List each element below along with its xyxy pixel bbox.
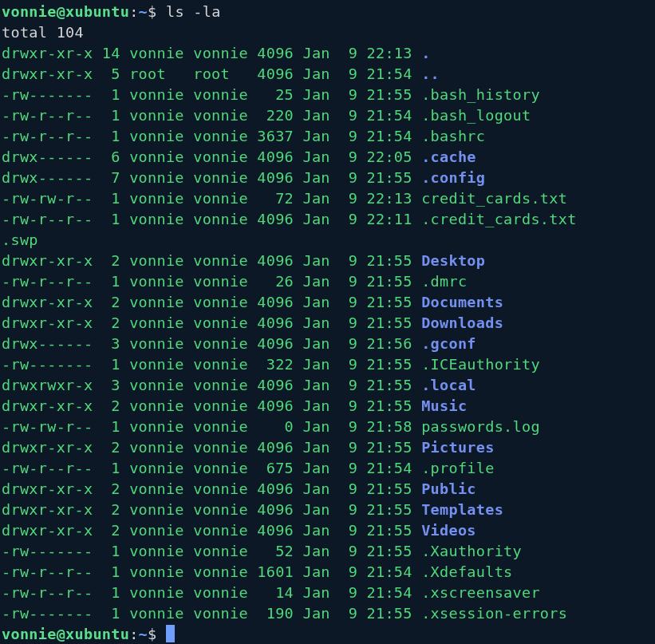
- ls-row: drwxr-xr-x 2 vonnie vonnie 4096 Jan 9 21…: [2, 500, 655, 520]
- prompt-separator: :: [129, 626, 138, 642]
- prompt-path: ~: [139, 3, 148, 20]
- command-line: vonnie@xubuntu:~$ ls -la: [2, 2, 655, 22]
- ls-row-attrs: -rw------- 1 vonnie vonnie 52 Jan 9 21:5…: [2, 543, 421, 559]
- ls-filename: .Xauthority: [421, 543, 522, 559]
- ls-row-attrs: drwxr-xr-x 5 root root 4096 Jan 9 21:54: [2, 65, 421, 82]
- ls-row: -rw-r--r-- 1 vonnie vonnie 220 Jan 9 21:…: [2, 105, 655, 126]
- ls-filename: .config: [421, 169, 485, 186]
- prompt-user-host: vonnie@xubuntu: [2, 3, 129, 20]
- ls-row-attrs: -rw------- 1 vonnie vonnie 190 Jan 9 21:…: [2, 605, 421, 622]
- ls-row-attrs: drwxr-xr-x 2 vonnie vonnie 4096 Jan 9 21…: [2, 522, 421, 539]
- prompt-symbol: $: [148, 3, 166, 20]
- ls-row: drwxr-xr-x 2 vonnie vonnie 4096 Jan 9 21…: [2, 396, 655, 417]
- ls-row-attrs: -rw-rw-r-- 1 vonnie vonnie 72 Jan 9 22:1…: [2, 190, 421, 207]
- ls-row: -rw-rw-r-- 1 vonnie vonnie 72 Jan 9 22:1…: [2, 188, 655, 209]
- ls-row-attrs: -rw-rw-r-- 1 vonnie vonnie 0 Jan 9 21:58: [2, 418, 421, 435]
- ls-row: -rw------- 1 vonnie vonnie 25 Jan 9 21:5…: [2, 85, 655, 105]
- command-text: ls -la: [166, 3, 221, 20]
- ls-row-attrs: drwxr-xr-x 14 vonnie vonnie 4096 Jan 9 2…: [2, 45, 421, 61]
- ls-row-attrs: drwxr-xr-x 2 vonnie vonnie 4096 Jan 9 21…: [2, 480, 421, 497]
- ls-row-attrs: drwxr-xr-x 2 vonnie vonnie 4096 Jan 9 21…: [2, 314, 421, 331]
- ls-row-attrs: -rw-r--r-- 1 vonnie vonnie 4096 Jan 9 22…: [2, 211, 421, 227]
- ls-row-attrs: -rw-r--r-- 1 vonnie vonnie 3637 Jan 9 21…: [2, 128, 421, 144]
- ls-filename: .ICEauthority: [421, 356, 540, 373]
- ls-row-attrs: drwxr-xr-x 2 vonnie vonnie 4096 Jan 9 21…: [2, 501, 421, 518]
- ls-row-attrs: -rw-r--r-- 1 vonnie vonnie 26 Jan 9 21:5…: [2, 273, 421, 290]
- ls-row: -rw-r--r-- 1 vonnie vonnie 1601 Jan 9 21…: [2, 562, 655, 583]
- prompt-symbol: $: [148, 626, 166, 642]
- ls-row: -rw------- 1 vonnie vonnie 52 Jan 9 21:5…: [2, 541, 655, 562]
- ls-row: drwxr-xr-x 2 vonnie vonnie 4096 Jan 9 21…: [2, 313, 655, 334]
- ls-filename: .gconf: [421, 335, 476, 352]
- ls-row-attrs: drwxr-xr-x 2 vonnie vonnie 4096 Jan 9 21…: [2, 252, 421, 269]
- ls-filename: .bash_history: [421, 86, 540, 103]
- total-line: total 104: [2, 22, 655, 43]
- ls-filename: .dmrc: [421, 273, 467, 290]
- ls-row: drwxr-xr-x 2 vonnie vonnie 4096 Jan 9 21…: [2, 437, 655, 458]
- ls-row-attrs: -rw-r--r-- 1 vonnie vonnie 1601 Jan 9 21…: [2, 563, 421, 580]
- ls-filename: .: [421, 45, 430, 61]
- ls-filename: Pictures: [421, 439, 495, 456]
- ls-filename: Templates: [421, 501, 503, 518]
- ls-filename: .Xdefaults: [421, 563, 512, 580]
- ls-filename: ..: [421, 65, 440, 82]
- ls-row: -rw-r--r-- 1 vonnie vonnie 4096 Jan 9 22…: [2, 209, 655, 230]
- ls-row-attrs: drwx------ 3 vonnie vonnie 4096 Jan 9 21…: [2, 335, 421, 352]
- ls-row-attrs: -rw-r--r-- 1 vonnie vonnie 675 Jan 9 21:…: [2, 460, 421, 476]
- ls-row: drwxr-xr-x 2 vonnie vonnie 4096 Jan 9 21…: [2, 520, 655, 541]
- ls-row: -rw------- 1 vonnie vonnie 322 Jan 9 21:…: [2, 354, 655, 375]
- ls-row: drwxr-xr-x 2 vonnie vonnie 4096 Jan 9 21…: [2, 292, 655, 313]
- prompt-path: ~: [139, 626, 148, 642]
- ls-row: -rw-r--r-- 1 vonnie vonnie 3637 Jan 9 21…: [2, 126, 655, 147]
- prompt-user-host: vonnie@xubuntu: [2, 626, 129, 642]
- ls-row: -rw------- 1 vonnie vonnie 190 Jan 9 21:…: [2, 603, 655, 624]
- ls-filename: .xsession-errors: [421, 605, 567, 622]
- ls-filename: credit_cards.txt: [421, 190, 567, 207]
- ls-row-attrs: drwx------ 6 vonnie vonnie 4096 Jan 9 22…: [2, 148, 421, 165]
- ls-filename: Downloads: [421, 314, 503, 331]
- ls-filename: .cache: [421, 148, 476, 165]
- ls-filename: .local: [421, 377, 476, 393]
- ls-filename: Videos: [421, 522, 476, 539]
- ls-row: drwx------ 3 vonnie vonnie 4096 Jan 9 21…: [2, 334, 655, 354]
- ls-row-attrs: -rw------- 1 vonnie vonnie 322 Jan 9 21:…: [2, 356, 421, 373]
- prompt-line[interactable]: vonnie@xubuntu:~$: [2, 624, 655, 644]
- ls-row: drwxrwxr-x 3 vonnie vonnie 4096 Jan 9 21…: [2, 375, 655, 396]
- ls-filename: .profile: [421, 460, 495, 476]
- ls-row: -rw-r--r-- 1 vonnie vonnie 675 Jan 9 21:…: [2, 458, 655, 479]
- ls-row: drwx------ 7 vonnie vonnie 4096 Jan 9 21…: [2, 168, 655, 188]
- ls-row: -rw-rw-r-- 1 vonnie vonnie 0 Jan 9 21:58…: [2, 417, 655, 437]
- ls-row-wrap: .swp: [2, 230, 655, 251]
- ls-filename: .credit_cards.txt: [421, 211, 576, 227]
- ls-filename: Desktop: [421, 252, 485, 269]
- ls-row: drwx------ 6 vonnie vonnie 4096 Jan 9 22…: [2, 147, 655, 168]
- ls-filename: .xscreensaver: [421, 584, 540, 601]
- ls-row-attrs: drwxr-xr-x 2 vonnie vonnie 4096 Jan 9 21…: [2, 439, 421, 456]
- ls-row-attrs: drwx------ 7 vonnie vonnie 4096 Jan 9 21…: [2, 169, 421, 186]
- ls-filename: Music: [421, 397, 467, 414]
- ls-row: drwxr-xr-x 5 root root 4096 Jan 9 21:54 …: [2, 64, 655, 85]
- ls-row-attrs: drwxr-xr-x 2 vonnie vonnie 4096 Jan 9 21…: [2, 294, 421, 310]
- ls-filename: .bashrc: [421, 128, 485, 144]
- ls-filename: Documents: [421, 294, 503, 310]
- ls-row-attrs: -rw-r--r-- 1 vonnie vonnie 14 Jan 9 21:5…: [2, 584, 421, 601]
- ls-row-attrs: drwxr-xr-x 2 vonnie vonnie 4096 Jan 9 21…: [2, 397, 421, 414]
- ls-filename: passwords.log: [421, 418, 540, 435]
- ls-filename: .bash_logout: [421, 107, 531, 124]
- ls-row: -rw-r--r-- 1 vonnie vonnie 14 Jan 9 21:5…: [2, 583, 655, 603]
- ls-row: drwxr-xr-x 2 vonnie vonnie 4096 Jan 9 21…: [2, 251, 655, 271]
- ls-row-attrs: -rw------- 1 vonnie vonnie 25 Jan 9 21:5…: [2, 86, 421, 103]
- ls-row: drwxr-xr-x 2 vonnie vonnie 4096 Jan 9 21…: [2, 479, 655, 500]
- ls-filename: Public: [421, 480, 476, 497]
- terminal-output[interactable]: vonnie@xubuntu:~$ ls -latotal 104drwxr-x…: [2, 2, 655, 644]
- ls-row-attrs: -rw-r--r-- 1 vonnie vonnie 220 Jan 9 21:…: [2, 107, 421, 124]
- ls-filename-wrap: .swp: [2, 231, 38, 248]
- prompt-separator: :: [129, 3, 138, 20]
- ls-row: drwxr-xr-x 14 vonnie vonnie 4096 Jan 9 2…: [2, 43, 655, 64]
- ls-row-attrs: drwxrwxr-x 3 vonnie vonnie 4096 Jan 9 21…: [2, 377, 421, 393]
- ls-row: -rw-r--r-- 1 vonnie vonnie 26 Jan 9 21:5…: [2, 271, 655, 292]
- cursor-icon: [166, 625, 175, 642]
